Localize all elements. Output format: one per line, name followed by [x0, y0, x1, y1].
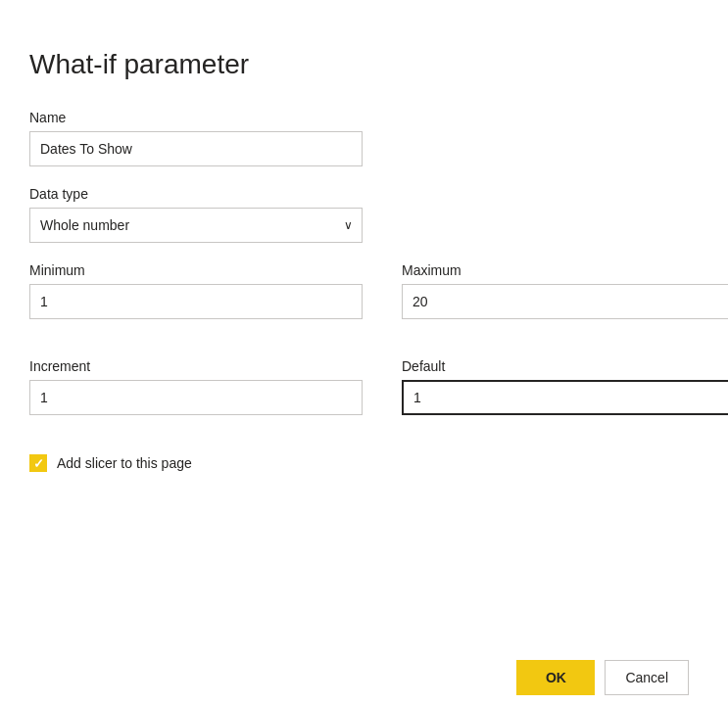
min-max-row: Minimum Maximum — [29, 262, 689, 339]
default-label: Default — [402, 358, 728, 374]
name-input[interactable] — [29, 131, 363, 166]
maximum-field-group: Maximum — [402, 262, 728, 319]
cancel-button[interactable]: Cancel — [605, 660, 689, 695]
add-slicer-row: ✓ Add slicer to this page — [29, 454, 689, 472]
increment-input[interactable] — [29, 380, 363, 415]
data-type-field-group: Data type Whole number Decimal number Fi… — [29, 186, 689, 243]
dialog-footer: OK Cancel — [516, 660, 689, 695]
maximum-col: Maximum — [402, 262, 728, 339]
minimum-input[interactable] — [29, 284, 363, 319]
default-input[interactable] — [402, 380, 728, 415]
name-label: Name — [29, 110, 689, 125]
minimum-col: Minimum — [29, 262, 363, 339]
add-slicer-label: Add slicer to this page — [57, 455, 192, 471]
increment-col: Increment — [29, 358, 363, 435]
data-type-select[interactable]: Whole number Decimal number Fixed decima… — [29, 208, 363, 243]
name-field-group: Name — [29, 110, 689, 166]
minimum-label: Minimum — [29, 262, 363, 278]
data-type-label: Data type — [29, 186, 689, 202]
default-col: Default — [402, 358, 728, 435]
add-slicer-checkbox[interactable]: ✓ — [29, 454, 47, 472]
increment-default-row: Increment Default — [29, 358, 689, 435]
increment-field-group: Increment — [29, 358, 363, 415]
what-if-dialog: What-if parameter Name Data type Whole n… — [0, 20, 728, 705]
ok-button[interactable]: OK — [516, 660, 595, 695]
checkmark-icon: ✓ — [33, 457, 44, 470]
dialog-title: What-if parameter — [29, 49, 689, 80]
maximum-input[interactable] — [402, 284, 728, 319]
data-type-select-wrapper: Whole number Decimal number Fixed decima… — [29, 208, 363, 243]
increment-label: Increment — [29, 358, 363, 374]
minimum-field-group: Minimum — [29, 262, 363, 319]
default-field-group: Default — [402, 358, 728, 415]
maximum-label: Maximum — [402, 262, 728, 278]
